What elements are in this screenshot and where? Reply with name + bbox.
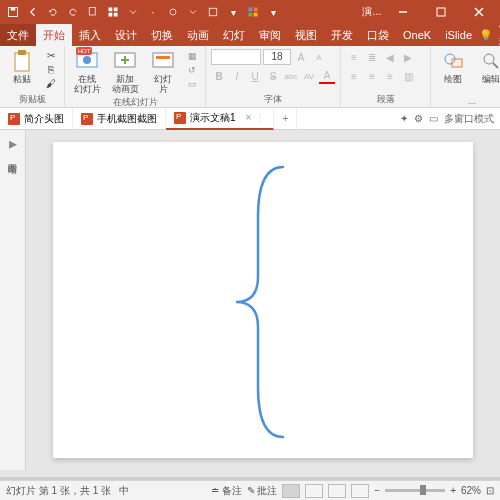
option1-icon[interactable] [204,3,222,21]
paste-button[interactable]: 粘贴 [5,49,39,85]
align-center-icon[interactable]: ≡ [364,68,380,84]
increase-font-icon[interactable]: A [293,49,309,65]
tab-insert[interactable]: 插入 [72,24,108,46]
bullets-icon[interactable]: ≡ [346,49,362,65]
tab-home[interactable]: 开始 [36,24,72,46]
doc-tab-3[interactable]: 演示文稿1×⋮ [166,108,274,130]
bold-button[interactable]: B [211,68,227,84]
tab-transitions[interactable]: 切换 [144,24,180,46]
svg-point-20 [83,56,91,64]
zoom-value[interactable]: 62% [461,485,481,496]
close-icon[interactable] [462,0,496,24]
quick-access-toolbar: · ▾ ▾ [0,3,286,21]
close-tab-icon[interactable]: × [246,112,252,123]
touch-icon[interactable] [164,3,182,21]
multiwindow-label[interactable]: 多窗口模式 [444,112,494,126]
numbering-icon[interactable]: ≣ [364,49,380,65]
draw-button[interactable]: 绘图 [436,49,470,85]
zoom-slider[interactable] [385,489,445,492]
new-icon[interactable] [84,3,102,21]
undo-icon[interactable] [44,3,62,21]
indent-dec-icon[interactable]: ◀ [382,49,398,65]
font-color-icon[interactable]: A [319,68,335,84]
online-slides-button[interactable]: HOT 在线 幻灯片 [70,49,104,95]
redo-icon[interactable] [64,3,82,21]
spacing-button[interactable]: AV [301,68,317,84]
lang-indicator[interactable]: 中 [119,484,129,498]
svg-point-26 [484,54,494,64]
zoom-out-icon[interactable]: − [374,485,380,496]
tab-file[interactable]: 文件 [0,24,36,46]
qat-more-icon[interactable] [124,3,142,21]
font-family-select[interactable] [211,49,261,65]
tab-view[interactable]: 视图 [288,24,324,46]
slideshow-view-icon[interactable] [351,484,369,498]
save-icon[interactable] [4,3,22,21]
tellme-icon[interactable]: 💡 [479,29,493,42]
slide-button[interactable]: 幻灯 片 [146,49,180,95]
font-size-select[interactable]: 18 [263,49,291,65]
new-animation-button[interactable]: 新加 动画页 [108,49,142,95]
slide-canvas[interactable] [53,142,473,458]
svg-rect-17 [15,53,29,71]
tab-slideshow[interactable]: 幻灯 [216,24,252,46]
format-painter-icon[interactable]: 🖌 [43,77,59,90]
down2-icon[interactable]: ▾ [224,3,242,21]
minimize-icon[interactable] [386,0,420,24]
svg-line-27 [493,63,498,68]
thumbnail-pane[interactable]: ▸ 缩略图 [0,130,26,470]
tab-pocket[interactable]: 口袋 [360,24,396,46]
svg-rect-11 [249,13,253,17]
normal-view-icon[interactable] [282,484,300,498]
color-icon[interactable] [244,3,262,21]
paste-icon [10,49,34,73]
strike-button[interactable]: S [265,68,281,84]
group-slides: HOT 在线 幻灯片 新加 动画页 幻灯 片 ▦ ↺ ▭ 在线幻灯片 [65,46,206,107]
italic-button[interactable]: I [229,68,245,84]
zoom-in-icon[interactable]: + [450,485,456,496]
sorter-view-icon[interactable] [305,484,323,498]
align-left-icon[interactable]: ≡ [346,68,362,84]
down3-icon[interactable]: ▾ [264,3,282,21]
group-clipboard: 粘贴 ✂ ⎘ 🖌 剪贴板 [0,46,65,107]
grid-icon[interactable] [104,3,122,21]
cut-icon[interactable]: ✂ [43,49,59,62]
svg-rect-4 [114,8,118,12]
tab-islide[interactable]: iSlide [438,24,479,46]
columns-icon[interactable]: ▥ [400,68,416,84]
left-brace-shape[interactable] [228,162,308,442]
fit-window-icon[interactable]: ⊡ [486,485,494,496]
star-icon[interactable]: ✦ [400,113,408,124]
decrease-font-icon[interactable]: A [311,49,327,65]
tab-design[interactable]: 设计 [108,24,144,46]
slide-icon [151,49,175,73]
doc-tab-1[interactable]: 简介头图 [0,108,73,130]
maximize-icon[interactable] [424,0,458,24]
slide-area[interactable] [26,130,500,470]
tab-review[interactable]: 审阅 [252,24,288,46]
section-icon[interactable]: ▭ [184,77,200,90]
align-right-icon[interactable]: ≡ [382,68,398,84]
svg-rect-22 [153,53,173,67]
reset-icon[interactable]: ↺ [184,63,200,76]
notes-button[interactable]: ≐ 备注 [211,484,242,498]
multiwindow-icon[interactable]: ▭ [429,113,438,124]
underline-button[interactable]: U [247,68,263,84]
edit-button[interactable]: 编辑 [474,49,500,85]
tab-onekey[interactable]: OneK [396,24,438,46]
reading-view-icon[interactable] [328,484,346,498]
down-icon[interactable] [184,3,202,21]
tab-developer[interactable]: 开发 [324,24,360,46]
add-tab-button[interactable]: + [274,108,297,130]
tab-animations[interactable]: 动画 [180,24,216,46]
gear-icon[interactable]: ⚙ [414,113,423,124]
back-icon[interactable] [24,3,42,21]
comments-button[interactable]: ✎ 批注 [247,484,278,498]
shadow-button[interactable]: abc [283,68,299,84]
layout-icon[interactable]: ▦ [184,49,200,62]
copy-icon[interactable]: ⎘ [43,63,59,76]
svg-rect-18 [18,50,26,55]
svg-point-7 [170,9,176,15]
indent-inc-icon[interactable]: ▶ [400,49,416,65]
doc-tab-2[interactable]: 手机截图截图 [73,108,166,130]
